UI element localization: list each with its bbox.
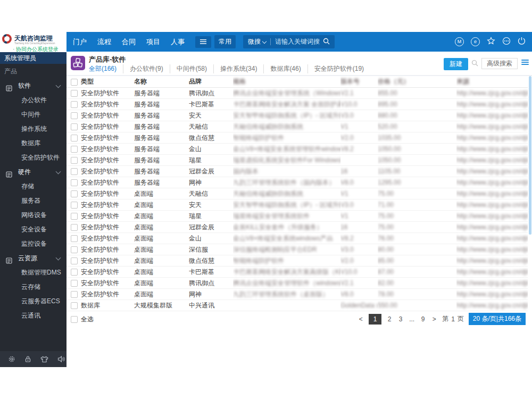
- cell-name: 桌面端: [134, 222, 189, 233]
- sidebar-item-办公软件[interactable]: 办公软件: [0, 93, 66, 107]
- vertical-scrollbar[interactable]: [529, 76, 531, 235]
- page-jump-input[interactable]: 1: [451, 315, 455, 323]
- cell-source-text: http://www.zjcg.gov.cn/djl/zg/: [456, 268, 528, 276]
- cell-source-text: http://www.zjcg.gov.cn/djl/zg/: [456, 89, 528, 97]
- cell-spec: 金山V8+终端安全系统windows产品: [233, 233, 340, 244]
- sidebar-item-软件[interactable]: 软件: [0, 79, 66, 93]
- oa-login-link[interactable]: · 协同办公系统登录: [0, 46, 66, 53]
- sidebar-item-安全防护软件[interactable]: 安全防护软件: [0, 151, 66, 165]
- nav-menu-button[interactable]: [195, 36, 211, 48]
- nav-item-2[interactable]: 流程: [97, 37, 111, 47]
- sidebar-item-云存储[interactable]: 云存储: [0, 280, 66, 294]
- volume-speaker-icon[interactable]: [57, 355, 65, 363]
- cell-spec: 瑞星虚拟化系统安全软件For Windows版 升级服务: [233, 155, 340, 166]
- settings-gear-icon[interactable]: [8, 355, 15, 363]
- advanced-search-group: 高级搜索: [471, 58, 518, 69]
- cell-brand-text: 腾讯御点: [189, 89, 214, 97]
- row-checkbox[interactable]: [71, 213, 78, 220]
- tab-1[interactable]: 全部(166): [89, 64, 117, 73]
- sidebar-item-服务器[interactable]: 服务器: [0, 194, 66, 208]
- menu-group-icon: [6, 169, 12, 175]
- nav-item-4[interactable]: 项目: [146, 37, 160, 47]
- global-search-box[interactable]: 微搜 请输入关键词搜: [243, 35, 335, 48]
- row-checkbox[interactable]: [71, 235, 78, 242]
- row-checkbox[interactable]: [71, 257, 78, 264]
- row-checkbox[interactable]: [71, 168, 78, 175]
- sidebar-item-数据库[interactable]: 数据库: [0, 136, 66, 151]
- cell-source-text: http://www.zjcg.gov.cn/djl/zg/: [456, 112, 528, 119]
- more-ellipsis-icon[interactable]: [502, 37, 511, 47]
- cell-source: http://www.zjcg.gov.cn/djl/zg/: [456, 300, 528, 311]
- sidebar-item-安全设备[interactable]: 安全设备: [0, 222, 66, 237]
- page-size-badge[interactable]: 20 条/页|共166条: [469, 313, 526, 325]
- row-checkbox[interactable]: [71, 146, 78, 153]
- row-checkbox[interactable]: [71, 135, 78, 142]
- row-checkbox[interactable]: [71, 202, 78, 209]
- theme-shirt-icon[interactable]: [40, 356, 48, 363]
- message-m-icon[interactable]: M: [455, 37, 464, 46]
- new-button[interactable]: 新建: [444, 58, 468, 70]
- page-next-button[interactable]: >: [431, 314, 437, 325]
- row-checkbox[interactable]: [71, 269, 78, 276]
- tab-3[interactable]: 中间件(58): [170, 64, 207, 73]
- row-checkbox[interactable]: [71, 101, 78, 108]
- page-button-3[interactable]: 3: [397, 314, 404, 325]
- row-checkbox[interactable]: [71, 123, 78, 130]
- sidebar-item-中间件[interactable]: 中间件: [0, 107, 66, 122]
- tab-5[interactable]: 数据库(46): [263, 64, 301, 73]
- sidebar-item-云资源[interactable]: 云资源: [0, 251, 66, 265]
- cell-spec-text: 九韵三环管理系统软件（桌面版）: [233, 290, 329, 298]
- row-checkbox[interactable]: [71, 190, 78, 197]
- cell-type: 安全防护软件: [81, 99, 134, 110]
- sidebar-item-云服务器ECS[interactable]: 云服务器ECS: [0, 294, 66, 309]
- cell-name: 服务器端: [134, 110, 189, 121]
- row-checkbox[interactable]: [71, 280, 78, 287]
- tab-6[interactable]: 安全防护软件(19): [307, 64, 364, 73]
- search-scope-dropdown[interactable]: 微搜: [248, 37, 266, 46]
- sidebar-item-监控设备[interactable]: 监控设备: [0, 237, 66, 251]
- list-view-toggle-icon[interactable]: [521, 60, 529, 65]
- page-button-1[interactable]: 1: [369, 314, 381, 325]
- header-checkbox[interactable]: [71, 79, 78, 86]
- sidebar-item-云通讯[interactable]: 云通讯: [0, 309, 66, 323]
- row-checkbox[interactable]: [71, 246, 78, 253]
- e-service-icon[interactable]: e: [471, 37, 480, 46]
- nav-item-3[interactable]: 合同: [122, 37, 136, 47]
- tab-2[interactable]: 办公软件(9): [123, 64, 163, 73]
- cell-source-text: http://www.zjcg.gov.cn/djl/zg/: [456, 257, 528, 264]
- nav-item-1[interactable]: 门户: [73, 37, 87, 47]
- nav-common-button[interactable]: 常用: [214, 35, 236, 48]
- row-checkbox[interactable]: [71, 157, 78, 164]
- favorites-star-icon[interactable]: [487, 37, 495, 47]
- row-checkbox[interactable]: [71, 112, 78, 119]
- row-checkbox[interactable]: [71, 179, 78, 186]
- select-all-checkbox[interactable]: [71, 316, 78, 323]
- page-button-9[interactable]: 9: [420, 314, 426, 325]
- sidebar-item-硬件[interactable]: 硬件: [0, 165, 66, 179]
- cell-spec: 卡巴斯基网络安全解决方案高级版（KB4867）- KL...: [233, 267, 340, 278]
- row-checkbox[interactable]: [71, 224, 78, 231]
- page-prev-button[interactable]: <: [358, 314, 364, 325]
- sidebar-item-数据管理DMS[interactable]: 数据管理DMS: [0, 265, 66, 280]
- advanced-search-button[interactable]: 高级搜索: [481, 58, 518, 69]
- cell-type: 安全防护软件: [81, 177, 134, 188]
- sidebar-item-操作系统[interactable]: 操作系统: [0, 122, 66, 136]
- cell-brand: 微点佰慧: [189, 132, 233, 144]
- cell-brand: 网神: [189, 177, 233, 188]
- search-input[interactable]: 请输入关键词搜: [275, 37, 320, 46]
- nav-item-5[interactable]: 人事: [171, 37, 185, 47]
- search-icon[interactable]: [323, 38, 330, 46]
- search-icon[interactable]: [471, 59, 478, 69]
- row-checkbox[interactable]: [71, 302, 78, 309]
- page-button-2[interactable]: 2: [386, 314, 393, 325]
- power-logout-icon[interactable]: [518, 37, 526, 47]
- cell-name-text: 桌面端: [134, 279, 153, 287]
- row-checkbox[interactable]: [71, 90, 78, 97]
- sidebar-item-存储[interactable]: 存储: [0, 179, 66, 194]
- lock-icon[interactable]: [24, 355, 31, 363]
- tab-4[interactable]: 操作系统(34): [213, 64, 257, 73]
- row-checkbox[interactable]: [71, 291, 78, 298]
- sidebar-item-网络设备[interactable]: 网络设备: [0, 208, 66, 222]
- table-row: 安全防护软件桌面端金山金山V8+终端安全系统windows产品V8.276.00…: [66, 233, 528, 244]
- chevron-down-icon: [262, 39, 267, 43]
